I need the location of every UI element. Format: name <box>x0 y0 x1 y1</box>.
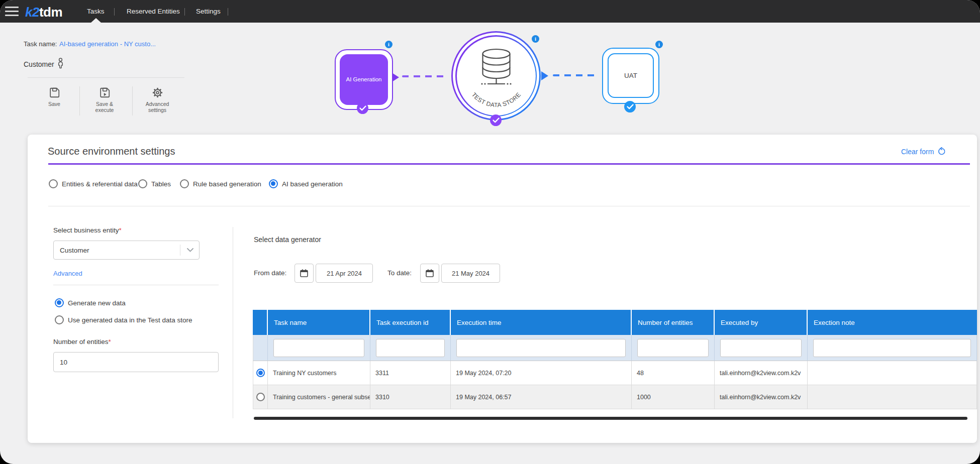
advanced-link[interactable]: Advanced <box>53 270 82 277</box>
left-form-divider <box>53 285 219 285</box>
nav-divider <box>114 8 115 16</box>
data-generator-table: Task name Task execution id Execution ti… <box>253 310 977 409</box>
cell-entities: 48 <box>632 361 715 385</box>
table-row-radio-cell <box>253 385 268 409</box>
filter-cell <box>268 335 370 361</box>
mode-radio-label: Rule based generation <box>193 180 261 188</box>
reset-icon <box>937 147 946 156</box>
data-radio-use-generated[interactable]: Use generated data in the Test data stor… <box>55 315 192 324</box>
from-date-value[interactable]: 21 Apr 2024 <box>316 264 373 283</box>
cell-entities: 1000 <box>632 385 715 409</box>
calendar-icon <box>300 269 309 278</box>
svg-text:TEST DATA STORE: TEST DATA STORE <box>470 91 522 108</box>
flow-node-test-data-store[interactable]: TEST DATA STORE <box>451 31 541 121</box>
save-execute-icon <box>99 86 111 99</box>
entity-name-label: Customer <box>24 60 54 68</box>
table-header-task-name[interactable]: Task name <box>268 310 370 335</box>
business-entity-label: Select business entity* <box>53 226 122 234</box>
cell-task-name: Training customers - general subset <box>268 385 370 409</box>
required-asterisk: * <box>109 338 111 345</box>
filter-input-execution-time[interactable] <box>456 339 626 357</box>
advanced-settings-label: Advanced settings <box>142 101 172 113</box>
panel-accent-underline <box>48 163 970 165</box>
mode-radio-rule-based[interactable]: Rule based generation <box>180 179 261 188</box>
mode-radio-ai-based[interactable]: AI based generation <box>269 179 343 188</box>
business-entity-select[interactable]: Customer <box>53 241 200 260</box>
cell-task-name: Training NY customers <box>268 361 370 385</box>
tab-settings[interactable]: Settings <box>196 8 221 15</box>
flow-node-uat[interactable]: UAT <box>602 48 659 104</box>
filter-cell <box>632 335 715 361</box>
calendar-icon <box>425 269 434 278</box>
cell-note <box>808 361 977 385</box>
check-icon <box>357 102 368 114</box>
app-window: k2tdm Tasks Reserved Entities Settings T… <box>0 0 980 464</box>
chevron-down-icon <box>187 248 193 252</box>
flow-node-ai-generation[interactable]: AI Generation <box>335 49 393 110</box>
data-radio-label: Use generated data in the Test data stor… <box>68 316 192 324</box>
hamburger-menu-icon[interactable] <box>5 7 19 19</box>
from-date-calendar-button[interactable] <box>295 264 314 283</box>
radio-icon[interactable] <box>180 179 189 188</box>
table-header-radio-column <box>253 310 268 335</box>
info-icon[interactable]: i <box>655 41 663 48</box>
tab-reserved-entities[interactable]: Reserved Entities <box>127 8 180 15</box>
mode-radio-label: Tables <box>151 180 171 188</box>
table-header-exection-note[interactable]: Exection note <box>808 310 977 335</box>
nav-divider <box>228 8 228 16</box>
mode-radio-tables[interactable]: Tables <box>138 179 171 188</box>
data-radio-label: Generate new data <box>68 299 126 307</box>
save-execute-label: Save & execute <box>90 101 119 113</box>
section-divider <box>48 206 970 206</box>
radio-icon[interactable] <box>138 179 147 188</box>
radio-icon[interactable] <box>49 179 58 188</box>
table-header-task-execution-id[interactable]: Task execution id <box>370 310 451 335</box>
tab-tasks[interactable]: Tasks <box>87 8 105 15</box>
info-icon[interactable]: i <box>532 35 539 43</box>
data-radio-generate-new[interactable]: Generate new data <box>55 298 126 307</box>
to-date-calendar-button[interactable] <box>420 264 439 283</box>
filter-cell <box>715 335 808 361</box>
filter-input-task-name[interactable] <box>273 339 364 357</box>
logo-tdm: tdm <box>39 5 62 20</box>
select-divider <box>180 245 180 256</box>
radio-icon-selected[interactable] <box>55 298 64 307</box>
table-header-executed-by[interactable]: Executed by <box>715 310 808 335</box>
advanced-settings-button[interactable]: Advanced settings <box>136 86 178 113</box>
row-radio-selected[interactable] <box>256 369 265 377</box>
clear-form-label: Clear form <box>901 148 934 156</box>
table-header-number-of-entities[interactable]: Number of entities <box>632 310 715 335</box>
database-icon: TEST DATA STORE <box>457 37 536 115</box>
info-icon[interactable]: i <box>385 41 393 48</box>
row-radio[interactable] <box>256 393 265 401</box>
filter-input-number-of-entities[interactable] <box>637 339 709 357</box>
mode-radio-label: Entities & referential data <box>62 180 138 188</box>
cell-execution-id: 3311 <box>370 361 451 385</box>
task-name-link[interactable]: AI-based generation - NY custo... <box>59 40 156 48</box>
number-of-entities-input[interactable] <box>53 352 219 372</box>
number-of-entities-label-text: Number of entities <box>53 338 109 345</box>
toolbar-divider <box>132 86 133 115</box>
flow-arrow-icon <box>541 71 548 80</box>
radio-icon-selected[interactable] <box>269 179 278 188</box>
datastore-curved-label: TEST DATA STORE <box>470 91 522 108</box>
mode-radio-entities-referential[interactable]: Entities & referential data <box>49 179 138 188</box>
filter-input-task-execution-id[interactable] <box>376 339 445 357</box>
clear-form-button[interactable]: Clear form <box>901 147 946 156</box>
radio-icon[interactable] <box>55 315 64 324</box>
gear-icon <box>151 86 164 99</box>
uat-node-label: UAT <box>608 53 654 98</box>
save-button[interactable]: Save <box>33 86 75 107</box>
horizontal-scrollbar[interactable] <box>254 417 967 420</box>
flow-arrow-icon <box>392 73 399 82</box>
business-entity-value: Customer <box>60 247 89 254</box>
filter-cell <box>370 335 451 361</box>
from-date-label: From date: <box>254 269 286 277</box>
check-icon <box>624 101 636 112</box>
save-execute-button[interactable]: Save & execute <box>83 86 126 113</box>
to-date-value[interactable]: 21 May 2024 <box>441 264 500 283</box>
filter-input-executed-by[interactable] <box>720 339 802 357</box>
table-header-execution-time[interactable]: Execution time <box>451 310 632 335</box>
filter-cell-radio <box>253 335 268 361</box>
filter-input-exection-note[interactable] <box>813 339 971 357</box>
